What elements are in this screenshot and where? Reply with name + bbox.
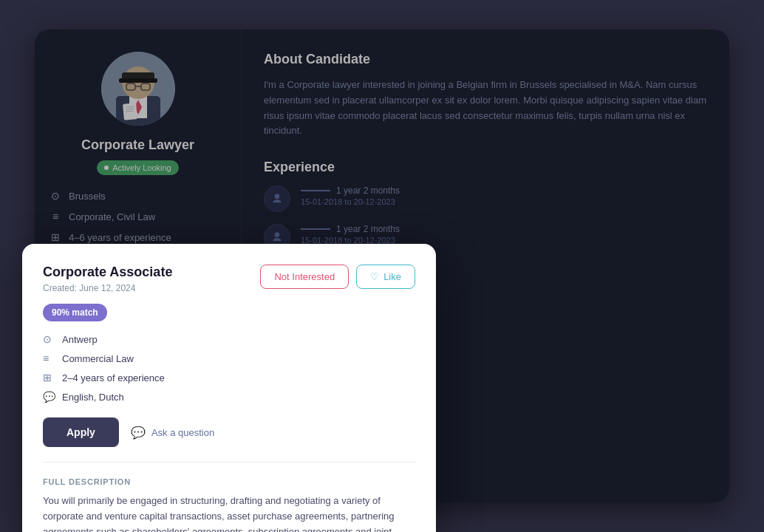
modal-footer-actions: Apply 💬 Ask a question: [43, 417, 415, 447]
modal-header: Corporate Associate Created: June 12, 20…: [43, 265, 415, 293]
modal-experience-row: ⊞ 2–4 years of experience: [43, 372, 415, 383]
modal-location-icon: ⊙: [43, 333, 55, 345]
modal-job-title: Corporate Associate: [43, 265, 172, 280]
ask-question-button[interactable]: 💬 Ask a question: [131, 426, 214, 440]
not-interested-button[interactable]: Not Interested: [260, 265, 349, 289]
modal-languages: English, Dutch: [62, 392, 124, 403]
modal-experience-icon: ⊞: [43, 372, 55, 383]
modal-practice-icon: ≡: [43, 352, 55, 364]
like-label: Like: [383, 271, 401, 282]
modal-actions: Not Interested ♡ Like: [260, 265, 415, 289]
divider: [43, 462, 415, 463]
modal-practice: Commercial Law: [62, 353, 134, 364]
modal-location: Antwerp: [62, 334, 98, 345]
modal-languages-row: 💬 English, Dutch: [43, 391, 415, 403]
full-desc-label: FULL DESCRIPTION: [43, 477, 415, 486]
full-desc-text: You will primarily be engaged in structu…: [43, 494, 415, 532]
ask-label: Ask a question: [151, 427, 214, 438]
modal-languages-icon: 💬: [43, 391, 55, 403]
modal-title-group: Corporate Associate Created: June 12, 20…: [43, 265, 172, 293]
chat-icon: 💬: [131, 426, 146, 440]
apply-button[interactable]: Apply: [43, 417, 119, 447]
match-badge: 90% match: [43, 304, 107, 321]
heart-icon: ♡: [370, 271, 379, 282]
like-button[interactable]: ♡ Like: [356, 265, 415, 289]
modal-location-row: ⊙ Antwerp: [43, 333, 415, 345]
modal-card: Corporate Associate Created: June 12, 20…: [22, 244, 436, 532]
modal-created: Created: June 12, 2024: [43, 283, 172, 293]
modal-experience: 2–4 years of experience: [62, 372, 165, 383]
modal-practice-row: ≡ Commercial Law: [43, 352, 415, 364]
